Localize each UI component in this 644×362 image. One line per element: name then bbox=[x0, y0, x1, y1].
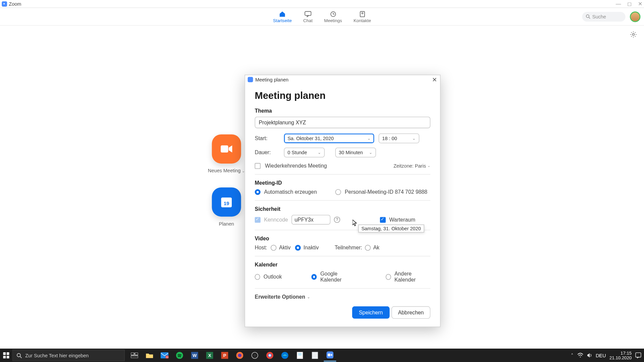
cancel-button[interactable]: Abbrechen bbox=[391, 306, 430, 319]
obs-button[interactable] bbox=[249, 349, 261, 362]
maximize-button[interactable]: ◻ bbox=[627, 1, 632, 7]
notifications-icon[interactable] bbox=[635, 352, 641, 358]
chevron-down-icon: ⌄ bbox=[412, 136, 416, 140]
start-date-select[interactable]: Sa. Oktober 31, 2020 ⌄ bbox=[284, 133, 374, 143]
notepad-button[interactable] bbox=[294, 349, 306, 362]
meeting-id-personal-label: Personal-Meeting-ID 874 702 9888 bbox=[345, 189, 427, 195]
dialog-title: Meeting planen bbox=[255, 90, 431, 102]
svg-rect-11 bbox=[3, 352, 6, 355]
language-indicator[interactable]: DEU bbox=[596, 353, 606, 358]
schedule-meeting-dialog: Meeting planen ✕ Meeting planen Thema St… bbox=[245, 75, 440, 327]
word-button[interactable]: W bbox=[189, 349, 201, 362]
svg-rect-43 bbox=[328, 354, 330, 356]
svg-point-6 bbox=[632, 34, 634, 36]
svg-point-31 bbox=[238, 354, 241, 357]
passcode-input[interactable] bbox=[291, 215, 330, 225]
powerpoint-button[interactable]: P bbox=[218, 349, 231, 362]
nav-chat[interactable]: Chat bbox=[303, 10, 313, 23]
calendar-other-label: Andere Kalender bbox=[394, 270, 430, 283]
app-button[interactable] bbox=[309, 349, 321, 362]
calendar-outlook-radio[interactable] bbox=[255, 274, 260, 280]
start-time-value: 18 : 00 bbox=[382, 136, 397, 141]
svg-rect-9 bbox=[221, 197, 232, 200]
meeting-id-auto-label: Automatisch erzeugen bbox=[264, 189, 317, 195]
calendar-label: Kalender bbox=[255, 262, 431, 268]
timezone-value: Zeitzone: Paris bbox=[393, 163, 426, 169]
start-button[interactable] bbox=[0, 349, 12, 362]
save-button[interactable]: Speichern bbox=[352, 306, 389, 319]
nav-contacts[interactable]: Kontakte bbox=[354, 10, 371, 23]
video-icon bbox=[220, 144, 233, 154]
spotify-button[interactable] bbox=[173, 349, 186, 362]
task-view-button[interactable] bbox=[128, 349, 141, 362]
calendar-google-radio[interactable] bbox=[311, 274, 317, 280]
user-avatar[interactable] bbox=[630, 11, 641, 22]
clock[interactable]: 17:15 21.10.2020 bbox=[609, 351, 632, 360]
main-nav: Startseite Chat Meetings Kontakte bbox=[273, 10, 371, 23]
svg-rect-13 bbox=[3, 356, 6, 359]
chrome-button[interactable] bbox=[264, 349, 276, 362]
chevron-down-icon: ⌄ bbox=[369, 150, 373, 155]
nav-meetings[interactable]: Meetings bbox=[324, 10, 342, 23]
file-explorer-button[interactable] bbox=[143, 349, 156, 362]
security-label: Sicherheit bbox=[255, 206, 431, 212]
host-video-on-radio[interactable] bbox=[271, 245, 276, 250]
tray-expand-icon[interactable]: ˄ bbox=[571, 353, 574, 358]
close-window-button[interactable]: ✕ bbox=[638, 1, 642, 7]
meeting-id-auto-radio[interactable] bbox=[255, 189, 261, 195]
dialog-window-title: Meeting planen bbox=[255, 77, 288, 82]
start-time-select[interactable]: 18 : 00 ⌄ bbox=[379, 133, 419, 143]
svg-rect-38 bbox=[297, 352, 303, 359]
recurring-label: Wiederkehrendes Meeting bbox=[265, 163, 327, 169]
waiting-room-checkbox[interactable] bbox=[380, 217, 386, 223]
zoom-app-icon bbox=[2, 1, 7, 6]
nav-chat-label: Chat bbox=[303, 18, 313, 23]
mail-button[interactable]: 69 bbox=[158, 349, 171, 362]
contacts-icon bbox=[358, 10, 366, 17]
duration-minutes-select[interactable]: 30 Minuten ⌄ bbox=[335, 147, 376, 157]
duration-minutes-value: 30 Minuten bbox=[339, 150, 363, 155]
volume-icon[interactable] bbox=[587, 353, 592, 358]
passcode-label: Kenncode bbox=[264, 217, 288, 223]
meeting-id-personal-radio[interactable] bbox=[335, 189, 341, 195]
search-icon bbox=[586, 14, 591, 19]
schedule-button[interactable]: 19 bbox=[212, 187, 241, 217]
svg-rect-0 bbox=[305, 11, 311, 15]
chat-icon bbox=[304, 10, 312, 17]
new-meeting-button[interactable] bbox=[212, 134, 241, 164]
info-icon[interactable]: ? bbox=[334, 217, 340, 223]
schedule-label: Planen bbox=[219, 221, 234, 226]
dialog-close-button[interactable]: ✕ bbox=[432, 76, 437, 83]
participant-video-on-radio[interactable] bbox=[365, 245, 371, 250]
duration-hours-select[interactable]: 0 Stunde ⌄ bbox=[284, 147, 325, 157]
gear-icon bbox=[630, 31, 637, 38]
advanced-options-toggle[interactable]: Erweiterte Optionen bbox=[255, 294, 305, 300]
settings-button[interactable] bbox=[630, 31, 637, 40]
calendar-other-radio[interactable] bbox=[386, 274, 391, 280]
timezone-select[interactable]: Zeitzone: Paris ⌄ bbox=[393, 163, 430, 169]
svg-text:69: 69 bbox=[166, 356, 169, 358]
recurring-checkbox[interactable] bbox=[255, 163, 261, 169]
wifi-icon[interactable] bbox=[577, 353, 583, 358]
host-video-off-radio[interactable] bbox=[295, 245, 301, 250]
taskbar-search[interactable]: Zur Suche Text hier eingeben bbox=[12, 350, 125, 361]
nav-home-label: Startseite bbox=[273, 18, 292, 23]
excel-button[interactable]: X bbox=[204, 349, 216, 362]
host-video-off-label: Inaktiv bbox=[304, 244, 319, 250]
edge-button[interactable] bbox=[279, 349, 291, 362]
svg-point-3 bbox=[362, 12, 363, 14]
firefox-button[interactable] bbox=[233, 349, 246, 362]
search-placeholder: Suche bbox=[592, 14, 606, 19]
zoom-taskbar-button[interactable] bbox=[324, 349, 336, 362]
taskbar-search-placeholder: Zur Suche Text hier eingeben bbox=[25, 353, 89, 358]
svg-text:W: W bbox=[193, 353, 197, 358]
clock-icon bbox=[329, 10, 337, 17]
topic-input[interactable] bbox=[255, 117, 431, 128]
search-input[interactable]: Suche bbox=[582, 12, 625, 21]
clock-time: 17:15 bbox=[609, 351, 632, 356]
minimize-button[interactable]: — bbox=[616, 1, 621, 7]
svg-text:19: 19 bbox=[224, 201, 229, 206]
date-tooltip: Samstag, 31. Oktober 2020 bbox=[358, 225, 424, 233]
nav-home[interactable]: Startseite bbox=[273, 10, 292, 23]
svg-line-5 bbox=[589, 17, 590, 19]
